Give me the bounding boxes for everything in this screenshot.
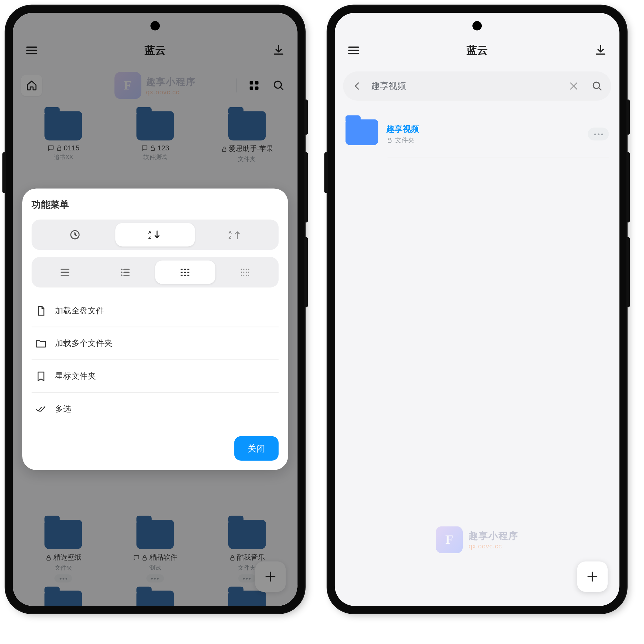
svg-point-28: [241, 269, 242, 270]
svg-rect-20: [184, 269, 186, 270]
hw-button: [2, 152, 6, 193]
svg-rect-19: [181, 269, 183, 270]
double-check-icon: [35, 403, 47, 415]
folder-icon: [346, 119, 378, 145]
clock-icon: [69, 229, 81, 241]
hw-button: [324, 152, 328, 193]
chevron-left-icon: [352, 81, 363, 91]
folder-outline-icon: [35, 337, 47, 349]
layout-compact-list[interactable]: [95, 260, 155, 284]
svg-text:A: A: [228, 230, 232, 235]
search-screen: 蓝云 趣享视频: [335, 13, 620, 606]
divider: [388, 157, 609, 157]
page-title: 蓝云: [467, 43, 488, 58]
menu-multiselect[interactable]: 多选: [32, 393, 279, 426]
watermark: F 趣享小程序 qx.oovc.cc: [436, 526, 518, 553]
download-icon: [594, 44, 607, 57]
svg-point-17: [121, 271, 122, 273]
download-button[interactable]: [590, 40, 611, 61]
sort-az-asc[interactable]: AZ: [195, 223, 275, 247]
search-icon: [591, 80, 603, 92]
watermark-text: 趣享小程序 qx.oovc.cc: [469, 530, 518, 549]
svg-text:A: A: [148, 230, 152, 235]
svg-point-36: [241, 275, 242, 276]
sort-by-time[interactable]: [35, 223, 115, 247]
svg-point-37: [243, 275, 244, 276]
camera-hole: [472, 21, 482, 30]
svg-text:Z: Z: [228, 235, 231, 240]
search-input[interactable]: 趣享视频: [370, 81, 561, 92]
search-result-item[interactable]: 趣享视频 文件夹: [335, 111, 620, 157]
sort-az-up-icon: AZ: [228, 229, 242, 241]
sort-az-desc[interactable]: AZ: [115, 223, 195, 247]
menu-list: 加载全盘文件 加载多个文件夹 星标文件夹 多选: [32, 294, 279, 425]
function-menu-sheet: 功能菜单 AZ AZ: [22, 188, 288, 470]
add-button[interactable]: [577, 561, 608, 592]
list-lines-icon: [59, 266, 71, 278]
svg-point-30: [245, 269, 247, 270]
result-type: 文件夹: [386, 136, 419, 144]
menu-button[interactable]: [343, 40, 364, 61]
hw-button: [304, 237, 308, 307]
layout-grid[interactable]: [155, 260, 215, 284]
search-back-button[interactable]: [346, 81, 367, 91]
file-icon: [35, 305, 47, 316]
menu-load-all-files[interactable]: 加载全盘文件: [32, 294, 279, 327]
close-icon: [568, 81, 579, 91]
svg-point-35: [248, 272, 249, 273]
svg-point-32: [241, 272, 242, 273]
close-button[interactable]: 关闭: [234, 436, 279, 460]
svg-rect-23: [184, 272, 186, 273]
result-name: 趣享视频: [386, 124, 419, 135]
hw-button: [626, 99, 630, 135]
sheet-title: 功能菜单: [32, 199, 279, 211]
list-bullets-icon: [119, 266, 132, 278]
svg-point-31: [248, 269, 249, 270]
svg-rect-25: [181, 275, 183, 276]
svg-rect-21: [188, 269, 190, 270]
hw-button: [626, 237, 630, 307]
svg-point-33: [243, 272, 244, 273]
layout-list[interactable]: [35, 260, 95, 284]
svg-point-34: [245, 272, 247, 273]
camera-hole: [150, 21, 160, 30]
plus-icon: [586, 570, 599, 583]
svg-rect-22: [181, 272, 183, 273]
svg-point-38: [245, 275, 247, 276]
layout-small-grid[interactable]: [215, 260, 275, 284]
result-more-button[interactable]: [588, 128, 609, 140]
phone-right: 蓝云 趣享视频: [328, 6, 626, 613]
svg-rect-27: [188, 275, 190, 276]
menu-starred-folders[interactable]: 星标文件夹: [32, 360, 279, 393]
hw-button: [304, 152, 308, 223]
lock-icon: [386, 137, 393, 143]
phone-left: 蓝云 F 趣享小程序 qx.oovc.cc: [6, 6, 304, 613]
svg-point-18: [121, 274, 122, 276]
grid-med-icon: [179, 266, 192, 278]
svg-point-39: [248, 275, 249, 276]
watermark-logo: F: [436, 526, 463, 553]
titlebar: 蓝云: [335, 34, 620, 67]
menu-load-multi-folders[interactable]: 加载多个文件夹: [32, 327, 279, 360]
svg-rect-26: [184, 275, 186, 276]
bookmark-icon: [35, 370, 47, 382]
svg-point-29: [243, 269, 244, 270]
svg-point-16: [121, 269, 122, 270]
search-bar: 趣享视频: [343, 71, 611, 101]
grid-small-icon: [239, 266, 251, 278]
hw-button: [626, 152, 630, 223]
hw-button: [304, 99, 308, 135]
search-go-button[interactable]: [587, 80, 608, 92]
svg-text:Z: Z: [148, 235, 151, 240]
svg-rect-41: [388, 140, 391, 142]
sort-az-down-icon: AZ: [148, 229, 162, 241]
sort-segmented-control: AZ AZ: [32, 220, 279, 250]
clear-search-button[interactable]: [563, 81, 584, 91]
svg-rect-24: [188, 272, 190, 273]
layout-segmented-control: [32, 257, 279, 288]
hamburger-icon: [347, 44, 360, 57]
